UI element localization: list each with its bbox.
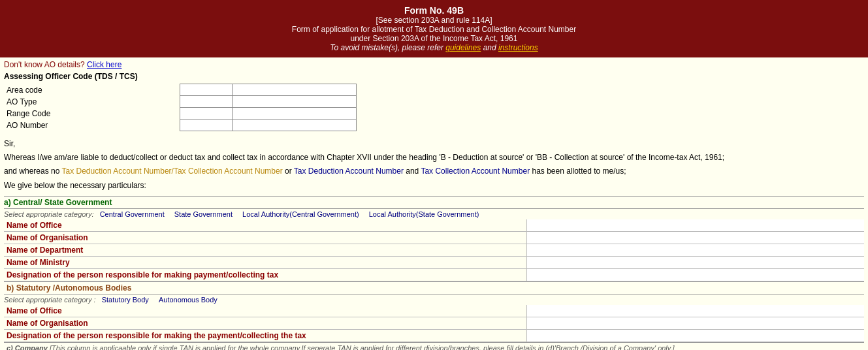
table-row: Name of Organisation xyxy=(4,231,864,244)
see-section: [See section 203A and rule 114A] xyxy=(3,16,865,25)
table-row: Designation of the person responsible fo… xyxy=(4,329,864,342)
instructions-link[interactable]: instructions xyxy=(498,43,538,52)
area-code-input-2[interactable] xyxy=(233,84,357,96)
category-central-govt[interactable]: Central Government xyxy=(100,210,165,218)
table-row: Designation of the person responsible fo… xyxy=(4,268,864,281)
name-of-ministry-input[interactable] xyxy=(526,256,864,268)
section-c-note: c) Company [This column is applicaable o… xyxy=(4,342,864,350)
sir-text: Sir, xyxy=(4,138,864,150)
area-code-label: Area code xyxy=(4,84,180,96)
table-row: Name of Office xyxy=(4,219,864,232)
section-b-header: b) Statutory /Autonomous Bodies xyxy=(4,281,864,294)
range-code-label: Range Code xyxy=(4,108,180,119)
name-of-dept-label: Name of Department xyxy=(4,244,526,256)
name-of-org-a-label: Name of Organisation xyxy=(4,231,526,244)
designation-a-label: Designation of the person responsible fo… xyxy=(4,268,526,281)
section-a-fields-table: Name of Office Name of Organisation Name… xyxy=(4,219,864,281)
designation-b-label: Designation of the person responsible fo… xyxy=(4,329,526,342)
designation-b-input[interactable] xyxy=(526,329,864,342)
designation-a-input[interactable] xyxy=(526,268,864,281)
name-of-office-a-input[interactable] xyxy=(526,219,864,232)
table-row: Name of Organisation xyxy=(4,317,864,329)
name-of-org-a-input[interactable] xyxy=(526,231,864,244)
table-row: AO Type xyxy=(4,96,357,108)
table-row: Name of Department xyxy=(4,244,864,256)
ao-type-input-2[interactable] xyxy=(233,96,357,108)
table-row: AO Number xyxy=(4,119,357,131)
section-a-header: a) Central/ State Government xyxy=(4,196,864,209)
form-description: Form of application for allotment of Tax… xyxy=(3,25,865,34)
para2: and whereas no Tax Deduction Account Num… xyxy=(4,165,864,178)
ao-number-input-1[interactable] xyxy=(180,119,233,131)
name-of-dept-input[interactable] xyxy=(526,244,864,256)
category-b-label: Select appropriate category : xyxy=(4,296,96,304)
dont-know-text: Don't know AO details? xyxy=(4,60,87,69)
section-b-fields-table: Name of Office Name of Organisation Desi… xyxy=(4,305,864,342)
form-sub-description: under Section 203A of the Income Tax Act… xyxy=(3,34,865,43)
table-row: Name of Ministry xyxy=(4,256,864,268)
ao-type-label: AO Type xyxy=(4,96,180,108)
section-c-note-text: [This column is applicaable only if sing… xyxy=(50,344,675,350)
table-row: Area code xyxy=(4,84,357,96)
ao-number-input-2[interactable] xyxy=(233,119,357,131)
name-of-office-b-input[interactable] xyxy=(526,305,864,317)
sir-section: Sir, Whereas I/we am/are liable to deduc… xyxy=(4,138,864,192)
name-of-org-b-label: Name of Organisation xyxy=(4,317,526,329)
section-c-title: c) Company xyxy=(7,344,48,350)
category-state-govt[interactable]: State Government xyxy=(174,210,233,218)
category-local-authority-state[interactable]: Local Authority(State Government) xyxy=(369,210,479,218)
range-code-input-2[interactable] xyxy=(233,108,357,119)
section-a-category-row: Select appropriate category: Central Gov… xyxy=(4,209,864,219)
table-row: Range Code xyxy=(4,108,357,119)
name-of-org-b-input[interactable] xyxy=(526,317,864,329)
category-a-label: Select appropriate category: xyxy=(4,210,94,218)
ao-number-label: AO Number xyxy=(4,119,180,131)
form-title: Form No. 49B xyxy=(3,5,865,16)
ao-section-title: Assessing Officer Code (TDS / TCS) xyxy=(4,72,864,81)
section-b-category-row: Select appropriate category : Statutory … xyxy=(4,294,864,305)
range-code-input-1[interactable] xyxy=(180,108,233,119)
ao-link-row: Don't know AO details? Click here xyxy=(4,60,864,69)
avoid-text: To avoid mistake(s), please refer guidel… xyxy=(3,43,865,52)
name-of-office-a-label: Name of Office xyxy=(4,219,526,232)
click-here-link[interactable]: Click here xyxy=(87,60,121,69)
ao-fields-table: Area code AO Type Range Code AO Number xyxy=(4,84,357,131)
category-autonomous-body[interactable]: Autonomous Body xyxy=(159,296,217,304)
para1: Whereas I/we am/are liable to deduct/col… xyxy=(4,151,864,164)
ao-type-input-1[interactable] xyxy=(180,96,233,108)
main-content: Don't know AO details? Click here Assess… xyxy=(0,57,868,350)
para3: We give below the necessary particulars: xyxy=(4,180,864,192)
area-code-input-1[interactable] xyxy=(180,84,233,96)
category-statutory-body[interactable]: Statutory Body xyxy=(102,296,149,304)
guidelines-link[interactable]: guidelines xyxy=(445,43,481,52)
name-of-ministry-label: Name of Ministry xyxy=(4,256,526,268)
category-local-authority-central[interactable]: Local Authority(Central Government) xyxy=(242,210,359,218)
page-header: Form No. 49B [See section 203A and rule … xyxy=(0,0,868,57)
table-row: Name of Office xyxy=(4,305,864,317)
name-of-office-b-label: Name of Office xyxy=(4,305,526,317)
